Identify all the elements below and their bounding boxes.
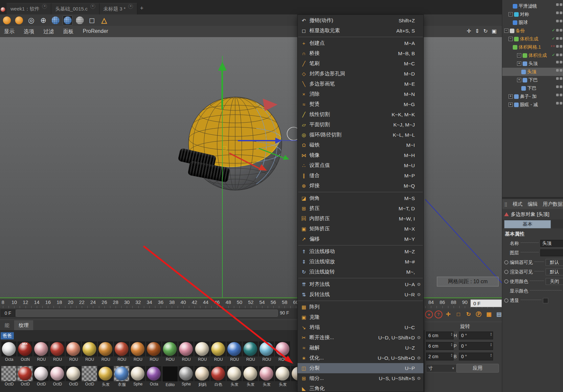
- material-item[interactable]: ROU: [82, 341, 98, 362]
- context-menu-item[interactable]: ∴设置点值M~U: [298, 160, 423, 171]
- material-item[interactable]: ROU: [130, 341, 146, 362]
- context-menu-item[interactable]: ◫分裂U~P: [298, 363, 423, 373]
- material-item[interactable]: ROU: [50, 341, 65, 362]
- visibility-toggle[interactable]: [556, 45, 559, 48]
- keyframe-circle[interactable]: [504, 270, 508, 274]
- render-toggle[interactable]: [560, 12, 562, 14]
- file-tab[interactable]: week1：软件×: [7, 3, 51, 14]
- spinner-icon[interactable]: ▲▼: [490, 332, 492, 336]
- material-item[interactable]: ROU: [146, 341, 162, 362]
- context-menu-item[interactable]: ╲多边形画笔M~E: [298, 79, 423, 89]
- material-item[interactable]: Edito: [162, 366, 178, 387]
- attribute-input[interactable]: 头顶: [540, 240, 563, 247]
- tree-expander[interactable]: +: [508, 103, 513, 107]
- space-dropdown[interactable]: 寸 ▼: [426, 364, 457, 372]
- material-item[interactable]: ROU: [194, 341, 210, 362]
- context-menu-item[interactable]: ⇅反转法线U~R⚙: [298, 289, 423, 300]
- angle-field[interactable]: 0 °▲▼: [459, 332, 493, 339]
- visibility-toggle[interactable]: [556, 20, 559, 22]
- object-toggles[interactable]: [555, 69, 562, 72]
- keyframe-circle[interactable]: [504, 260, 508, 265]
- key-position-button[interactable]: ✛: [444, 310, 453, 319]
- object-toggles[interactable]: [555, 61, 562, 63]
- spinner-icon[interactable]: ▲▼: [451, 353, 453, 357]
- size-field[interactable]: 6 cm▲▼: [426, 342, 454, 350]
- object-toggles[interactable]: ××: [550, 44, 562, 48]
- object-row[interactable]: 平滑滤镜: [502, 2, 563, 10]
- apply-button[interactable]: 应用: [456, 364, 499, 373]
- context-menu-item[interactable]: ↗偏移M~Y: [298, 234, 423, 244]
- materials-tag-chip[interactable]: 爸爸: [1, 332, 14, 339]
- render-toggle[interactable]: [560, 54, 562, 56]
- materials-tab[interactable]: 纹理: [14, 320, 33, 330]
- cube-tool-icon[interactable]: ◻: [87, 15, 97, 25]
- visibility-toggle[interactable]: [556, 77, 559, 80]
- context-menu-item[interactable]: ≈熨烫M~G: [298, 99, 423, 109]
- material-item[interactable]: 头发: [259, 366, 275, 387]
- file-tab[interactable]: 头基础_0015.c×: [51, 3, 99, 14]
- context-menu-item[interactable]: 回内部挤压M~W, I: [298, 214, 423, 224]
- spline-tool-icon[interactable]: △: [99, 15, 109, 25]
- object-row[interactable]: −体积生成✓: [502, 35, 563, 43]
- gear-icon[interactable]: ⚙: [415, 292, 421, 297]
- visibility-toggle[interactable]: [556, 85, 559, 88]
- spin-down-icon[interactable]: ▼: [490, 355, 492, 357]
- y-axis-arrow[interactable]: [221, 70, 223, 109]
- object-row[interactable]: +头顶: [502, 59, 563, 68]
- rings-tool-icon[interactable]: ◎: [26, 15, 36, 25]
- object-row[interactable]: +下巴: [502, 76, 563, 84]
- material-item[interactable]: ROU: [162, 341, 178, 362]
- render-toggle[interactable]: [560, 94, 562, 96]
- menubar-item[interactable]: 面板: [63, 28, 74, 35]
- material-item[interactable]: ROU: [211, 341, 226, 362]
- spin-down-icon[interactable]: ▼: [451, 355, 453, 357]
- spin-down-icon[interactable]: ▼: [490, 334, 492, 336]
- tree-expander[interactable]: −: [508, 12, 513, 16]
- material-item[interactable]: ROU: [227, 341, 242, 362]
- attribute-header-tab[interactable]: 编辑: [528, 201, 538, 207]
- add-tab-button[interactable]: +: [137, 5, 147, 14]
- keyframe-circle[interactable]: [504, 298, 508, 303]
- tree-expander[interactable]: +: [517, 61, 521, 66]
- spinner-icon[interactable]: ▲▼: [490, 343, 492, 347]
- visibility-toggle[interactable]: [556, 12, 559, 14]
- attribute-input[interactable]: [540, 249, 563, 256]
- tree-expander[interactable]: +: [508, 94, 513, 99]
- material-item[interactable]: ROU: [114, 341, 130, 362]
- material-item[interactable]: OctD: [17, 366, 33, 386]
- object-row[interactable]: 眼球: [502, 18, 563, 27]
- material-item[interactable]: 头发: [275, 366, 291, 387]
- zoom-view-icon[interactable]: ⇕: [475, 28, 479, 34]
- gear-icon[interactable]: ⚙: [415, 282, 421, 287]
- attribute-checkbox[interactable]: [543, 298, 548, 303]
- spinner-icon[interactable]: ▲▼: [451, 332, 453, 336]
- material-item[interactable]: ROU: [98, 341, 114, 362]
- object-toggles[interactable]: [555, 94, 562, 96]
- render-toggle[interactable]: [560, 85, 562, 88]
- object-row[interactable]: −备份✓: [502, 27, 563, 35]
- timeline-ruler[interactable]: 0 F 810121416182022242628303234363840424…: [0, 298, 502, 309]
- material-item[interactable]: 妈妈: [194, 366, 210, 387]
- material-item[interactable]: 头发: [227, 366, 242, 387]
- context-menu-item[interactable]: ◻框显选取元素Alt+S, S: [298, 26, 423, 36]
- attribute-dropdown[interactable]: 默认: [546, 259, 563, 266]
- tab-basic[interactable]: 基本: [504, 220, 551, 228]
- render-toggle[interactable]: [560, 77, 562, 80]
- object-toggles[interactable]: ✓: [551, 36, 562, 41]
- tree-expander[interactable]: −: [504, 29, 508, 33]
- gear-icon[interactable]: ⚙: [415, 376, 421, 381]
- context-menu-item[interactable]: ▱平面切割K~J, M~J: [298, 120, 423, 130]
- material-item[interactable]: ROU: [243, 341, 259, 362]
- context-menu-item[interactable]: ⇕沿法线缩放M~#: [298, 257, 423, 267]
- object-row[interactable]: 头顶: [502, 68, 563, 76]
- context-menu-item[interactable]: ╱笔刷M~C: [298, 58, 423, 69]
- material-item[interactable]: ROU: [34, 341, 49, 362]
- angle-field[interactable]: 0 °▲▼: [459, 342, 493, 350]
- visibility-toggle[interactable]: [556, 29, 559, 32]
- object-row[interactable]: −体积生成✓: [502, 51, 563, 59]
- pan-view-icon[interactable]: ✛: [467, 28, 471, 34]
- gray-globe-tool-icon[interactable]: [75, 15, 85, 25]
- menubar-item[interactable]: 过滤: [43, 28, 54, 35]
- shaded-globe-tool-icon[interactable]: [51, 15, 60, 25]
- material-item[interactable]: Octa: [146, 366, 162, 386]
